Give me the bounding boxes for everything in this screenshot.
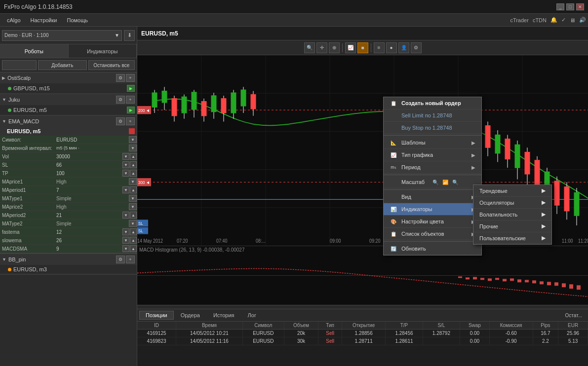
increment-btn[interactable]: ▲: [130, 186, 137, 193]
group-add-btn[interactable]: +: [126, 74, 135, 82]
param-value: 7: [54, 187, 122, 193]
user-btn[interactable]: 👤: [398, 42, 409, 53]
decrement-btn[interactable]: ▼: [122, 186, 129, 193]
monitor-icon[interactable]: 🖥: [570, 17, 575, 23]
robot-item-bbpin-eurusd[interactable]: EURUSD, m3: [0, 265, 137, 274]
tab-orders[interactable]: Ордера: [174, 311, 206, 320]
table-row[interactable]: 4169125 14/05/2012 10:21 EURUSD 20k Sell…: [137, 329, 588, 337]
menu-settings[interactable]: Настройки: [26, 16, 62, 25]
decrement-btn[interactable]: ▼: [122, 153, 129, 160]
left-panel: Demo · EUR · 1:100 ▼ ⬇ Роботы Индикаторы…: [0, 27, 137, 366]
ctx-color-settings[interactable]: 🎨 Настройки цвета ▶: [384, 216, 481, 228]
decrement-btn[interactable]: ▼: [122, 212, 129, 219]
decrement-btn[interactable]: ▼: [122, 170, 129, 177]
robot-item-gbpusd[interactable]: GBPUSD, m15 ▶: [0, 83, 137, 94]
sub-oscillators[interactable]: Осцилляторы ▶: [473, 197, 551, 209]
download-button[interactable]: ⬇: [124, 30, 135, 41]
tf-dropdown[interactable]: ▼: [129, 145, 137, 151]
ctx-period[interactable]: m₅ Период ▶: [384, 161, 481, 174]
ctx-buy-stop[interactable]: Buy Stop по 1.28748: [384, 122, 481, 134]
stop-button[interactable]: [129, 128, 135, 134]
line-btn[interactable]: 📈: [345, 42, 356, 53]
sub-other[interactable]: Прочие ▶: [473, 220, 551, 232]
sub-volatility[interactable]: Волатильность ▶: [473, 209, 551, 220]
speaker-icon[interactable]: 🔊: [579, 17, 586, 23]
menu-ctrader[interactable]: cTrader: [510, 17, 529, 23]
increment-btn[interactable]: ▲: [130, 170, 137, 177]
increment-btn[interactable]: ▲: [130, 237, 137, 244]
col-type: Тип: [318, 322, 342, 329]
tab-positions[interactable]: Позиции: [139, 311, 174, 320]
ctx-scale[interactable]: Масштаб 🔍 📶 🔍: [384, 176, 481, 188]
tab-history[interactable]: История: [207, 311, 241, 320]
increment-btn[interactable]: ▲: [130, 212, 137, 219]
grid-btn[interactable]: ≡: [374, 42, 385, 53]
search-input[interactable]: [2, 60, 37, 70]
group-add-btn[interactable]: +: [126, 117, 135, 125]
maximize-btn[interactable]: □: [566, 3, 574, 10]
robot-group-header-ostiscalp[interactable]: ▶ OstiScalp ⚙ +: [0, 73, 137, 83]
chart-type-btn[interactable]: ⊕: [329, 42, 340, 53]
group-add-btn[interactable]: +: [126, 256, 135, 263]
stop-all-button[interactable]: Остановить все: [88, 60, 135, 70]
col-open: Открытие: [342, 322, 385, 329]
maprice2-dropdown[interactable]: ▼: [129, 203, 137, 210]
robot-group-header-juku[interactable]: ▼ Juku ⚙ +: [0, 94, 137, 105]
social-btn[interactable]: ●: [386, 42, 397, 53]
group-add-btn[interactable]: +: [126, 96, 135, 104]
notification-icon[interactable]: 🔔: [550, 17, 557, 23]
candle-btn[interactable]: ■: [357, 42, 368, 53]
ctx-new-order[interactable]: 📋 Создать новый ордер: [384, 97, 481, 110]
group-settings-btn[interactable]: ⚙: [116, 74, 125, 82]
sub-trend[interactable]: Трендовые ▶: [473, 185, 551, 197]
ctx-view[interactable]: Вид ▶: [384, 191, 481, 203]
decrement-btn[interactable]: ▼: [122, 161, 129, 168]
maprice1-dropdown[interactable]: ▼: [129, 178, 137, 185]
robot-item-juku-eurusd[interactable]: EURUSD, m5 ▶: [0, 105, 137, 115]
sub-custom[interactable]: Пользовательские ▶: [473, 232, 551, 244]
svg-rect-92: [517, 279, 521, 282]
account-selector[interactable]: Demo · EUR · 1:100 ▼: [2, 30, 122, 41]
slowema-controls: ▼ ▲: [122, 237, 137, 244]
robot-group-header-bbpin[interactable]: ▼ BB_pin ⚙ +: [0, 254, 137, 265]
crosshair-btn[interactable]: ✛: [316, 42, 327, 53]
increment-btn[interactable]: ▲: [130, 153, 137, 160]
decrement-btn[interactable]: ▼: [122, 228, 129, 235]
menu-help[interactable]: Помощь: [62, 16, 93, 25]
increment-btn[interactable]: ▲: [130, 228, 137, 235]
tab-indicators[interactable]: Индикаторы: [69, 44, 137, 58]
zoom-btn[interactable]: 🔍: [304, 42, 315, 53]
tab-robots[interactable]: Роботы: [0, 44, 69, 58]
active-robot-header[interactable]: EURUSD, m5: [0, 127, 137, 136]
table-row[interactable]: 4169823 14/05/2012 11:16 EURUSD 30k Sell…: [137, 337, 588, 345]
symbol-dropdown[interactable]: ▼: [129, 136, 137, 143]
decrement-btn[interactable]: ▼: [122, 237, 129, 244]
chart-scrollbar[interactable]: [137, 305, 588, 309]
ctx-indicators[interactable]: 📊 Индикаторы ▶: [384, 203, 481, 216]
matype1-dropdown[interactable]: ▼: [129, 195, 137, 202]
menu-calgo[interactable]: cAlgo: [2, 16, 26, 25]
close-btn[interactable]: ✕: [576, 3, 584, 10]
robot-group-header-ema-macd[interactable]: ▼ EMA_MACD ⚙ +: [0, 116, 137, 127]
ctx-chart-type[interactable]: 📈 Тип графика ▶: [384, 149, 481, 161]
tab-log[interactable]: Лог: [241, 311, 263, 320]
play-button[interactable]: ▶: [127, 107, 135, 113]
ctx-object-list[interactable]: 📋 Список объектов ▶: [384, 228, 481, 240]
add-button[interactable]: Добавить: [38, 60, 87, 70]
check-icon[interactable]: ✓: [561, 17, 566, 23]
increment-btn[interactable]: ▲: [130, 245, 137, 252]
minimize-btn[interactable]: _: [556, 3, 564, 10]
group-settings-btn[interactable]: ⚙: [116, 256, 125, 263]
group-settings-btn[interactable]: ⚙: [116, 117, 125, 125]
ctx-sell-limit[interactable]: Sell Limit по 1.28748: [384, 110, 481, 122]
play-button[interactable]: ▶: [127, 85, 135, 92]
settings-btn[interactable]: ⚙: [411, 42, 422, 53]
ctx-templates[interactable]: 📐 Шаблоны ▶: [384, 137, 481, 149]
decrement-btn[interactable]: ▼: [122, 245, 129, 252]
group-settings-btn[interactable]: ⚙: [116, 96, 125, 104]
menu-ctdn[interactable]: cTDN: [533, 17, 547, 23]
ctx-refresh[interactable]: 🔄 Обновить: [384, 243, 481, 255]
cell-id: 4169125: [137, 329, 176, 337]
matype2-dropdown[interactable]: ▼: [129, 220, 137, 227]
increment-btn[interactable]: ▲: [130, 161, 137, 168]
